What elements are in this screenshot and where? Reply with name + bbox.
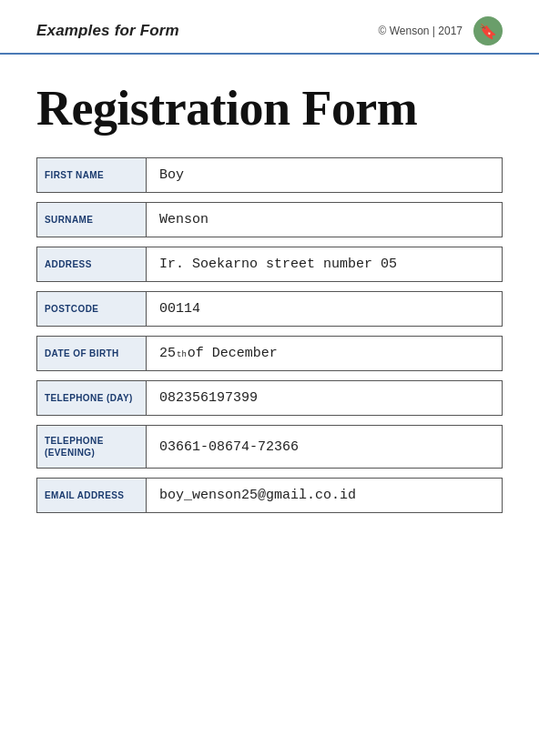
field-label: DATE OF BIRTH	[37, 337, 147, 370]
header-copyright: © Wenson | 2017	[379, 25, 463, 37]
field-value: 25th of December	[147, 337, 502, 370]
field-value: Wenson	[147, 203, 502, 237]
field-value: 03661-08674-72366	[147, 426, 502, 468]
dob-day: 25	[159, 346, 176, 361]
table-row: DATE OF BIRTH25th of December	[36, 336, 503, 371]
field-value: Ir. Soekarno street number 05	[147, 247, 502, 281]
table-row: FIRST NAMEBoy	[36, 157, 503, 193]
dob-ordinal: th	[177, 350, 187, 359]
field-label: EMAIL ADDRESS	[37, 479, 147, 512]
field-label: SURNAME	[37, 203, 147, 237]
table-row: POSTCODE00114	[36, 291, 503, 327]
table-row: TELEPHONE (DAY)082356197399	[36, 380, 503, 416]
field-label: TELEPHONE (DAY)	[37, 381, 147, 415]
form-title-section: Registration Form	[0, 55, 539, 157]
field-label: TELEPHONE (EVENING)	[37, 426, 147, 468]
field-value: 082356197399	[147, 381, 502, 415]
dob-month: of December	[188, 346, 278, 361]
form-title: Registration Form	[36, 82, 503, 136]
field-value: boy_wenson25@gmail.co.id	[147, 479, 502, 512]
dob-text: 25th of December	[159, 346, 278, 361]
field-label: POSTCODE	[37, 292, 147, 326]
field-value: Boy	[147, 158, 502, 192]
page: Examples for Form © Wenson | 2017 🔖 Regi…	[0, 0, 539, 756]
field-label: ADDRESS	[37, 247, 147, 281]
book-icon: 🔖	[473, 16, 503, 45]
header: Examples for Form © Wenson | 2017 🔖	[0, 0, 539, 55]
field-label: FIRST NAME	[37, 158, 147, 192]
field-value: 00114	[147, 292, 502, 326]
table-row: TELEPHONE (EVENING)03661-08674-72366	[36, 425, 503, 469]
table-row: EMAIL ADDRESSboy_wenson25@gmail.co.id	[36, 478, 503, 513]
table-row: SURNAMEWenson	[36, 202, 503, 237]
header-title: Examples for Form	[36, 22, 179, 40]
table-row: ADDRESSIr. Soekarno street number 05	[36, 247, 503, 282]
form-container: FIRST NAMEBoySURNAMEWensonADDRESSIr. Soe…	[0, 157, 539, 559]
header-right: © Wenson | 2017 🔖	[379, 16, 503, 45]
